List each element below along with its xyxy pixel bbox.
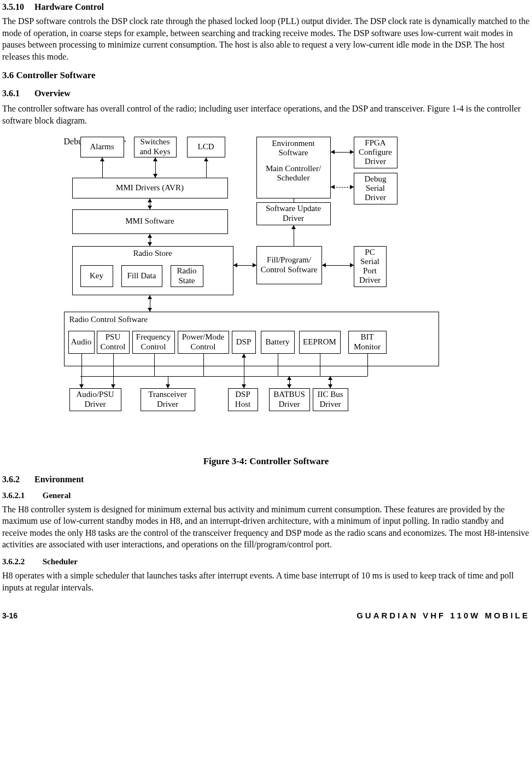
box-fill-data: Fill Data bbox=[121, 265, 162, 287]
box-mmi-drivers: MMI Drivers (AVR) bbox=[72, 178, 228, 198]
label-radio-control-sw: Radio Control Software bbox=[69, 315, 148, 324]
box-audio-psu-driver: Audio/PSU Driver bbox=[69, 388, 121, 411]
paragraph-overview: The controller software has overall cont… bbox=[2, 103, 530, 126]
paragraph-scheduler: H8 operates with a simple scheduler that… bbox=[2, 570, 530, 593]
box-eeprom: EEPROM bbox=[299, 331, 341, 354]
box-pc-serial: PC Serial Port Driver bbox=[354, 246, 387, 287]
heading-3-6-2: 3.6.2 Environment bbox=[2, 475, 530, 484]
box-dsp-host: DSP Host bbox=[228, 388, 258, 411]
label-main-controller: Main Controller/ Scheduler bbox=[256, 164, 331, 183]
label-radio-store: Radio Store bbox=[72, 249, 233, 258]
box-audio: Audio bbox=[68, 331, 95, 354]
controller-software-diagram: Alarms Switches and Keys LCD Environment… bbox=[64, 137, 469, 446]
box-bit-monitor: BIT Monitor bbox=[348, 331, 387, 354]
section-number: 3.5.10 bbox=[2, 2, 32, 12]
page-footer: 3-16 GUARDIAN VHF 110W MOBILE bbox=[0, 610, 532, 622]
box-power-mode: Power/Mode Control bbox=[178, 331, 229, 354]
box-psu: PSU Control bbox=[97, 331, 130, 354]
section-title: Hardware Control bbox=[34, 2, 104, 11]
page-number: 3-16 bbox=[2, 611, 17, 620]
heading-3-6-2-2: 3.6.2.2 Scheduler bbox=[2, 557, 530, 566]
section-title: Scheduler bbox=[43, 557, 78, 566]
section-title: General bbox=[43, 491, 71, 500]
box-lcd: LCD bbox=[187, 137, 225, 157]
box-frequency: Frequency Control bbox=[132, 331, 175, 354]
paragraph-hardware-control: The DSP software controls the DSP clock … bbox=[2, 15, 530, 62]
paragraph-general: The H8 controller system is designed for… bbox=[2, 504, 530, 551]
box-transceiver-driver: Transceiver Driver bbox=[141, 388, 195, 411]
heading-3-6-2-1: 3.6.2.1 General bbox=[2, 491, 530, 500]
box-key: Key bbox=[80, 265, 113, 287]
box-mmi-software: MMI Software bbox=[72, 209, 228, 234]
section-number: 3.6.2.2 bbox=[2, 557, 40, 566]
heading-3-5-10: 3.5.10 Hardware Control bbox=[2, 2, 530, 12]
section-title: Environment bbox=[34, 475, 84, 484]
section-number: 3.6.1 bbox=[2, 89, 32, 98]
box-batbus-driver: BATBUS Driver bbox=[269, 388, 310, 411]
section-number: 3.6.2.1 bbox=[2, 491, 40, 500]
document-title: GUARDIAN VHF 110W MOBILE bbox=[356, 611, 530, 620]
box-software-update: Software Update Driver bbox=[256, 202, 331, 225]
box-battery: Battery bbox=[261, 331, 295, 354]
section-title: Overview bbox=[34, 89, 71, 98]
heading-3-6: 3.6 Controller Software bbox=[2, 70, 530, 81]
section-number: 3.6.2 bbox=[2, 475, 32, 484]
box-debug-driver: Debug Serial Driver bbox=[354, 173, 397, 204]
box-fill-program: Fill/Program/ Control Software bbox=[256, 246, 322, 284]
label-env-software: Environment Software bbox=[256, 139, 331, 157]
section-title: Controller Software bbox=[16, 70, 96, 80]
box-dsp: DSP bbox=[232, 331, 256, 354]
box-fpga: FPGA Configure Driver bbox=[354, 137, 397, 168]
box-switches: Switches and Keys bbox=[134, 137, 177, 157]
section-number: 3.6 bbox=[2, 70, 14, 80]
box-alarms: Alarms bbox=[80, 137, 124, 157]
figure-caption: Figure 3-4: Controller Software bbox=[2, 456, 530, 467]
box-radio-state: Radio State bbox=[171, 265, 203, 287]
box-iic-driver: IIC Bus Driver bbox=[313, 388, 348, 411]
heading-3-6-1: 3.6.1 Overview bbox=[2, 89, 530, 98]
